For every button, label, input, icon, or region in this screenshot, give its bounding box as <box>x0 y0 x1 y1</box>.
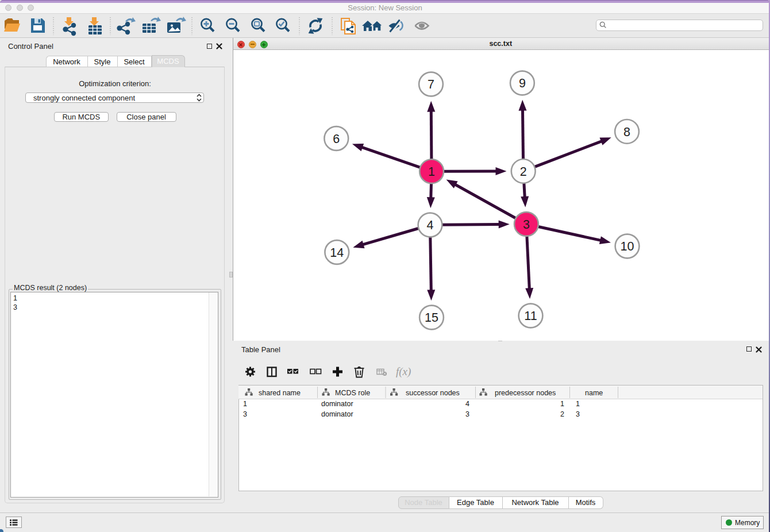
svg-text:14: 14 <box>330 245 344 259</box>
svg-text:15: 15 <box>425 311 438 325</box>
svg-text:8: 8 <box>623 125 630 138</box>
svg-text:1: 1 <box>428 164 435 178</box>
svg-text:2: 2 <box>519 164 526 178</box>
svg-text:10: 10 <box>620 240 634 253</box>
svg-text:11: 11 <box>524 309 537 323</box>
svg-text:4: 4 <box>426 218 433 232</box>
svg-text:6: 6 <box>333 132 340 145</box>
svg-text:7: 7 <box>428 78 434 91</box>
svg-text:3: 3 <box>522 217 529 231</box>
svg-text:9: 9 <box>518 76 525 90</box>
svg-text:f(x): f(x) <box>396 365 411 378</box>
